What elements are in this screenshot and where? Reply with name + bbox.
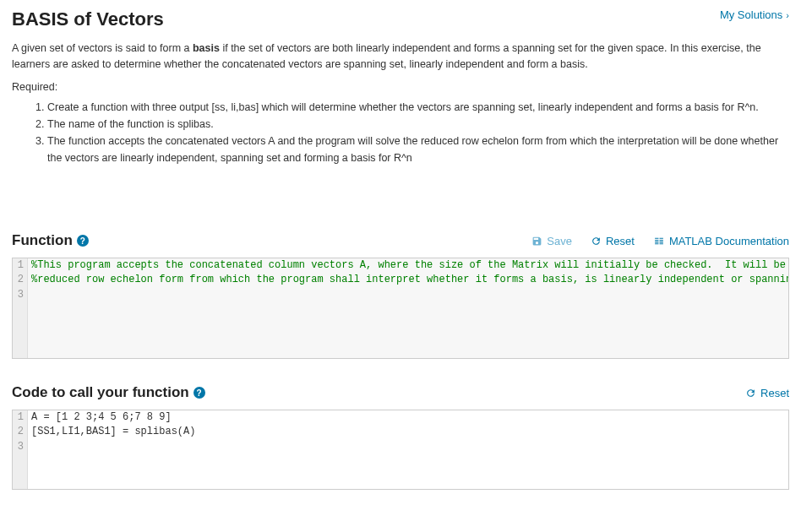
docs-label: MATLAB Documentation	[669, 235, 789, 247]
reset-button[interactable]: Reset	[745, 387, 789, 399]
code-line: %This program accepts the concatenated c…	[28, 258, 789, 273]
reset-icon	[591, 236, 602, 247]
my-solutions-link[interactable]: My Solutions ›	[720, 8, 789, 21]
reset-button[interactable]: Reset	[591, 235, 635, 247]
line-number: 3	[13, 440, 28, 454]
reset-label: Reset	[606, 235, 635, 247]
desc-text-1: A given set of vectors is said to form a	[12, 42, 193, 54]
problem-description: A given set of vectors is said to form a…	[12, 41, 789, 73]
matlab-docs-button[interactable]: MATLAB Documentation	[653, 235, 789, 247]
code-line: A = [1 2 3;4 5 6;7 8 9]	[28, 410, 788, 425]
code-line: [SS1,LI1,BAS1] = splibas(A)	[28, 425, 788, 439]
reset-label: Reset	[760, 387, 789, 399]
docs-icon	[653, 236, 665, 247]
call-section-title: Code to call your function ?	[12, 384, 205, 401]
save-label: Save	[547, 235, 572, 247]
function-code-editor[interactable]: 1%This program accepts the concatenated …	[12, 258, 789, 359]
line-number: 3	[13, 288, 28, 302]
my-solutions-label: My Solutions	[720, 8, 782, 21]
function-title-text: Function	[12, 232, 73, 249]
code-line	[28, 440, 788, 454]
line-number: 1	[13, 258, 28, 273]
page-title: BASIS of Vectors	[12, 8, 164, 30]
desc-bold: basis	[193, 42, 220, 54]
requirement-item: Create a function with three output [ss,…	[47, 100, 789, 116]
code-line	[28, 288, 788, 302]
save-icon	[531, 236, 542, 247]
call-code-editor[interactable]: 1A = [1 2 3;4 5 6;7 8 9] 2[SS1,LI1,BAS1]…	[12, 410, 789, 490]
save-button[interactable]: Save	[531, 235, 572, 247]
requirements-list: Create a function with three output [ss,…	[47, 100, 789, 167]
help-icon[interactable]: ?	[77, 235, 89, 247]
call-title-text: Code to call your function	[12, 384, 189, 401]
requirement-item: The name of the function is splibas.	[47, 117, 789, 133]
function-toolbar: Save Reset MATLAB Documentation	[531, 235, 789, 247]
code-line: %reduced row echelon form from which the…	[28, 273, 789, 287]
line-number: 2	[13, 425, 28, 439]
help-icon[interactable]: ?	[193, 387, 205, 399]
requirement-item: The function accepts the concatenated ve…	[47, 133, 789, 166]
call-toolbar: Reset	[745, 387, 789, 399]
function-section-title: Function ?	[12, 232, 89, 249]
line-number: 1	[13, 410, 28, 425]
line-number: 2	[13, 273, 28, 287]
chevron-right-icon: ›	[786, 10, 789, 20]
required-label: Required:	[12, 81, 789, 93]
reset-icon	[745, 388, 756, 399]
